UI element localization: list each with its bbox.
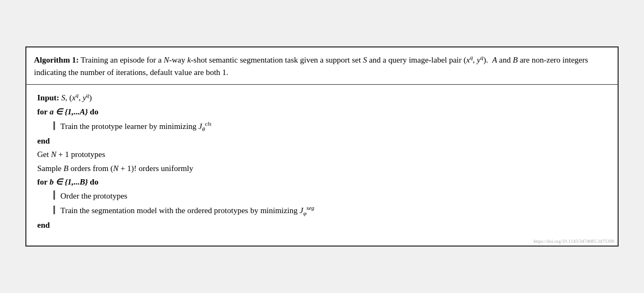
- input-label: Input: S, (xq, yq): [37, 90, 92, 105]
- train-text: Train the prototype learner by minimizin…: [60, 119, 211, 134]
- order-prototypes-line: Order the prototypes: [53, 189, 610, 203]
- sample-orders-line: Sample B orders from (N + 1)! orders uni…: [37, 162, 610, 176]
- for-a-line: for a ∈ {1,...A} do: [37, 105, 610, 119]
- algorithm-body: Input: S, (xq, yq) for a ∈ {1,...A} do T…: [26, 85, 618, 237]
- end-2-line: end: [37, 219, 610, 233]
- train-seg-line: Train the segmentation model with the or…: [53, 203, 610, 218]
- k-var: k: [187, 56, 191, 64]
- indent-bar-3: [53, 206, 55, 215]
- algorithm-caption: Algorithm 1: Training an episode for a N…: [26, 47, 618, 85]
- for-a-set: a ∈ {1,...A}: [50, 105, 88, 119]
- watermark: https://doi.org/10.1145/3474085.3475398: [26, 237, 618, 246]
- end-1-line: end: [37, 134, 610, 148]
- train-line: Train the prototype learner by minimizin…: [53, 119, 610, 134]
- j-cls: Jθcls: [198, 122, 211, 131]
- input-line: Input: S, (xq, yq): [37, 90, 610, 105]
- indent-bar-2: [53, 190, 55, 200]
- for-b-set: b ∈ {1,...B}: [50, 175, 88, 189]
- order-prototypes-text: Order the prototypes: [60, 189, 127, 203]
- j-seg: Jφseg: [300, 206, 314, 215]
- for-a-do: do: [90, 105, 99, 119]
- for-a-keyword: for: [37, 105, 47, 119]
- b-var-header: B: [513, 56, 518, 64]
- get-prototypes-line: Get N + 1 prototypes: [37, 148, 610, 162]
- s-var: S: [363, 56, 367, 64]
- caption-text: Algorithm 1: Training an episode for a N…: [34, 56, 588, 77]
- xq-var: xq: [467, 56, 473, 64]
- algorithm-container: Algorithm 1: Training an episode for a N…: [25, 46, 619, 247]
- yq-var: yq: [477, 56, 483, 64]
- for-b-keyword: for: [37, 175, 47, 189]
- for-b-do: do: [90, 175, 99, 189]
- indent-bar-1: [53, 121, 55, 131]
- a-var: A: [492, 56, 497, 64]
- train-seg-text: Train the segmentation model with the or…: [60, 203, 314, 218]
- get-prototypes-text: Get N + 1 prototypes: [37, 148, 105, 162]
- for-b-line: for b ∈ {1,...B} do: [37, 175, 610, 189]
- end-1-keyword: end: [37, 134, 50, 148]
- end-2-keyword: end: [37, 219, 50, 233]
- algorithm-label: Algorithm 1:: [34, 56, 79, 64]
- sample-orders-text: Sample B orders from (N + 1)! orders uni…: [37, 162, 193, 176]
- n-var: N: [163, 56, 169, 64]
